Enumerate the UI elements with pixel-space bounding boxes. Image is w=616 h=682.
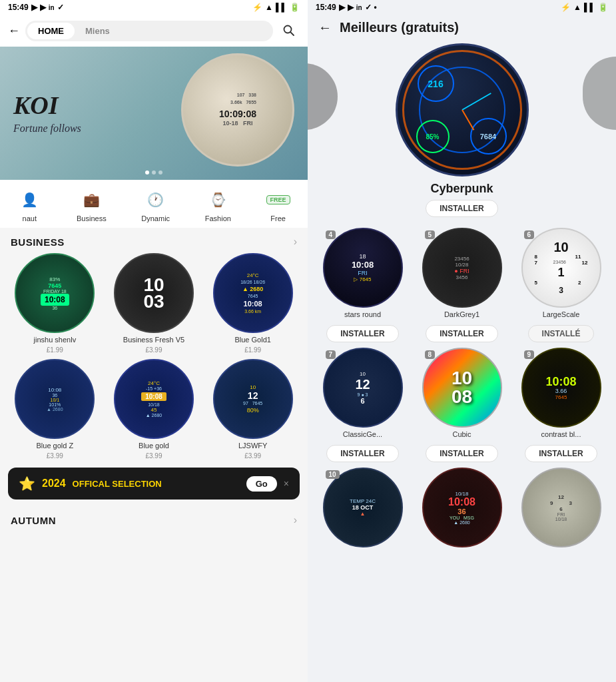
- hero-title: KOI: [13, 92, 81, 120]
- install-btn-darkgrey[interactable]: INSTALLER: [426, 325, 497, 342]
- right-watch-grid: 18 10:08 FRI ▷ 7645 4 stars round INSTAL…: [308, 228, 616, 553]
- category-astronaut-label: naut: [23, 214, 37, 222]
- fashion-icon: ⌚: [206, 188, 230, 212]
- rank-badge-large: 6: [524, 230, 535, 239]
- right-watch-name-large: LargeScale: [543, 310, 580, 318]
- watch-item-ljswfy[interactable]: 10 12 97 7645 80% LJSWFY £3.99: [206, 359, 300, 460]
- right-scroll-area: 18 10:08 FRI ▷ 7645 4 stars round INSTAL…: [308, 228, 616, 682]
- battery-icon: 🔋: [290, 3, 300, 12]
- hero-text: KOI Fortune follows: [13, 92, 81, 135]
- svg-line-1: [290, 32, 294, 35]
- left-status-right: ⚡ ▲ ▌▌ 🔋: [252, 3, 300, 12]
- category-dynamic-label: Dynamic: [141, 214, 170, 222]
- install-btn-cubic[interactable]: INSTALLER: [426, 445, 497, 462]
- rwifi-icon: ▲: [573, 3, 581, 12]
- watch-face-b2: 10/18 10:08 36 YOU MSG ▲ 2680: [422, 468, 502, 547]
- autumn-title: AUTUMN: [11, 515, 56, 526]
- watch-name-blue-gold-z: Blue gold Z: [37, 442, 74, 450]
- category-free[interactable]: FREE Free: [261, 188, 296, 222]
- tab-miens[interactable]: Miens: [75, 23, 121, 39]
- install-btn-contrast[interactable]: INSTALLER: [525, 445, 597, 462]
- right-page-title: Meilleurs (gratuits): [340, 20, 459, 35]
- rbattery-icon: 🔋: [598, 3, 608, 12]
- right-status-left: 15:49 ▶ ▶ in ✓ •: [316, 3, 377, 12]
- tab-home[interactable]: HOME: [27, 23, 75, 39]
- right-watch-item-cubic[interactable]: 1008 8 Cubic INSTALLER: [415, 348, 509, 462]
- watch-face-darkgrey: 23456 10/28 ● FRI 3456: [422, 228, 502, 308]
- watch-face-contrast: 10:08 3.66 7645: [521, 348, 601, 428]
- watch-item-blue-gold1[interactable]: 24°C 18/26 18/26 ▲ 2680 7645 10:08 3.66 …: [206, 253, 300, 354]
- hero-dots: [145, 170, 162, 174]
- watch-face-blue-gold: 24°C -15 +36 10:08 10/18 45 ▲ 2680: [114, 359, 194, 439]
- business-chevron[interactable]: ›: [294, 236, 297, 248]
- hero-subtitle: Fortune follows: [13, 123, 81, 135]
- install-btn-stars[interactable]: INSTALLER: [326, 325, 398, 342]
- promo-text: OFFICAL SELECTION: [73, 479, 240, 489]
- watch-price-blue-gold1: £1.99: [244, 346, 261, 354]
- right-panel: 15:49 ▶ ▶ in ✓ • ⚡ ▲ ▌▌ 🔋 ← Meilleurs (g…: [308, 0, 616, 682]
- right-watch-name-classicge: ClassicGe...: [343, 430, 382, 438]
- ryt-icon: ▶: [339, 3, 345, 12]
- watch-face-business-fresh: 1003: [114, 253, 194, 333]
- back-icon[interactable]: ←: [8, 24, 20, 38]
- watch-face-large: 10 811 72345612 1 52 3: [521, 228, 601, 308]
- right-watch-item-b3[interactable]: 12 93 6 FRI 10/18: [514, 468, 608, 547]
- cyber-number-top: 216: [428, 79, 443, 89]
- nav-tabs: HOME Miens: [25, 21, 273, 41]
- promo-close-button[interactable]: ×: [284, 478, 289, 489]
- right-watch-name-stars: stars round: [344, 310, 381, 318]
- watch-face-classicge: 10 12 9 ● 3 6: [323, 348, 403, 428]
- search-button[interactable]: [278, 20, 300, 41]
- left-status-left: 15:49 ▶ ▶ in ✓: [8, 3, 64, 12]
- right-watch-item-classicge[interactable]: 10 12 9 ● 3 6 7 ClassicGe... INSTALLER: [316, 348, 410, 462]
- yt2-icon: ▶: [40, 3, 46, 12]
- right-watch-item-darkgrey[interactable]: 23456 10/28 ● FRI 3456 5 DarkGrey1 INSTA…: [415, 228, 509, 342]
- cyber-number-bottom: 7684: [480, 133, 496, 141]
- category-business-label: Business: [77, 214, 107, 222]
- promo-go-button[interactable]: Go: [246, 476, 277, 492]
- autumn-section-header: AUTUMN ›: [0, 508, 308, 533]
- partial-watch-right: [583, 57, 616, 130]
- rcheck-icon: ✓: [365, 3, 372, 12]
- watch-name-blue-gold1: Blue Gold1: [234, 336, 270, 344]
- right-watch-item-contrast[interactable]: 10:08 3.66 7645 9 contrast bl... INSTALL…: [514, 348, 608, 462]
- right-status-bar: 15:49 ▶ ▶ in ✓ • ⚡ ▲ ▌▌ 🔋: [308, 0, 616, 15]
- right-watch-item-b1[interactable]: TEMP 24C 18 OCT ▲ 10: [316, 468, 410, 547]
- watch-item-jinshu[interactable]: 83% 7645 FRIDAY 18 10:08 36 jinshu shenl…: [8, 253, 102, 354]
- autumn-chevron[interactable]: ›: [294, 514, 297, 526]
- category-astronaut[interactable]: 👤 naut: [12, 188, 47, 222]
- rank-badge-cubic: 8: [425, 350, 436, 359]
- category-fashion[interactable]: ⌚ Fashion: [200, 188, 236, 222]
- right-watch-item-stars[interactable]: 18 10:08 FRI ▷ 7645 4 stars round INSTAL…: [316, 228, 410, 342]
- watch-price-blue-gold-z: £3.99: [47, 452, 63, 460]
- category-dynamic[interactable]: 🕐 Dynamic: [136, 188, 175, 222]
- watch-item-blue-gold-z[interactable]: 10:08 36 10/1 101% ▲ 2680 Blue gold Z £3…: [8, 359, 102, 460]
- partial-watch-left: [308, 63, 338, 130]
- install-btn-classicge[interactable]: INSTALLER: [326, 445, 398, 462]
- featured-watch-container: ⭐ 216 7684 85%: [308, 43, 616, 228]
- business-section-header: BUSINESS ›: [0, 228, 308, 253]
- check-icon: ✓: [57, 3, 64, 12]
- astronaut-icon: 👤: [17, 188, 41, 212]
- install-btn-large[interactable]: INSTALLÉ: [528, 325, 595, 342]
- featured-watch-face[interactable]: 216 7684 85%: [396, 43, 529, 176]
- signal-icon: ▌▌: [276, 3, 287, 12]
- watch-face-jinshu: 83% 7645 FRIDAY 18 10:08 36: [15, 253, 95, 333]
- watch-price-business-fresh: £3.99: [145, 346, 162, 354]
- right-status-right: ⚡ ▲ ▌▌ 🔋: [561, 3, 608, 12]
- featured-install-button[interactable]: INSTALLER: [426, 200, 497, 217]
- dot-1: [145, 170, 149, 174]
- right-watch-item-b2[interactable]: 10/18 10:08 36 YOU MSG ▲ 2680: [415, 468, 509, 547]
- promo-star-icon: ⭐: [19, 476, 35, 492]
- watch-face-blue-gold1: 24°C 18/26 18/26 ▲ 2680 7645 10:08 3.66 …: [213, 253, 293, 333]
- left-time: 15:49: [8, 3, 29, 12]
- category-business[interactable]: 💼 Business: [71, 188, 112, 222]
- right-watch-item-large[interactable]: 10 811 72345612 1 52 3: [514, 228, 608, 342]
- rank-badge-darkgrey: 5: [425, 230, 436, 239]
- watch-item-blue-gold[interactable]: 24°C -15 +36 10:08 10/18 45 ▲ 2680 Blue …: [107, 359, 201, 460]
- watch-name-business-fresh: Business Fresh V5: [123, 336, 184, 344]
- watch-face-b1: TEMP 24C 18 OCT ▲: [323, 468, 403, 547]
- promo-banner: ⭐ 2024 OFFICAL SELECTION Go ×: [8, 468, 300, 500]
- watch-item-business-fresh[interactable]: 1003 Business Fresh V5 £3.99: [107, 253, 201, 354]
- back-arrow[interactable]: ←: [318, 20, 332, 35]
